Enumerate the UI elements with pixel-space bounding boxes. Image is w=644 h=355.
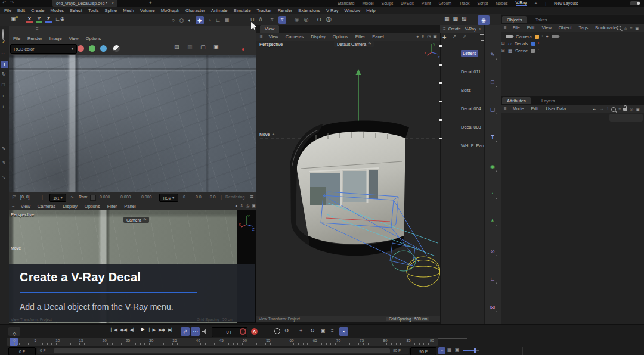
om-menu-tags[interactable]: Tags (575, 25, 592, 30)
layout-tab-standard[interactable]: Standard (338, 1, 354, 5)
spline-corner-icon[interactable]: ∟ (487, 273, 499, 285)
menu-window[interactable]: Window (341, 8, 363, 13)
material-menu-create[interactable]: Create (448, 27, 461, 31)
layer-color-swatch[interactable] (531, 49, 535, 53)
zoom-icon[interactable]: ⇕ (421, 34, 425, 38)
om-menu-edit[interactable]: Edit (524, 25, 538, 30)
visibility-dots-icon[interactable]: ∶ (542, 34, 543, 39)
next-key-button[interactable]: ▶◆ (157, 328, 166, 332)
move-tool-icon-active[interactable]: + (1, 61, 8, 68)
keyframe-track-icon-active[interactable]: ⋯ (191, 327, 200, 336)
render-settings-icon[interactable]: ▨ (462, 16, 467, 21)
menu-mesh[interactable]: Mesh (120, 8, 137, 13)
tab-layers[interactable]: Layers (537, 97, 560, 104)
vpm-menu-display[interactable]: Display (307, 34, 329, 39)
panel-grip-icon[interactable]: ≡ (443, 27, 446, 32)
keyframe-rotation-icon[interactable]: ↺ (284, 328, 289, 334)
render-picture-viewer-icon[interactable]: ▩ (453, 16, 459, 21)
target-crosshair-icon[interactable]: + (546, 35, 549, 39)
workplane-object-icon[interactable]: ô (259, 17, 262, 23)
axis-z-toggle[interactable]: Z (45, 16, 52, 23)
ruler-scrollbar-hint[interactable] (438, 338, 467, 339)
close-tab-icon[interactable]: × (112, 1, 114, 5)
shading-gouraud-icon[interactable]: ◆ (196, 16, 204, 24)
filter-icon[interactable]: ≡ (630, 26, 632, 30)
shading-isoline-icon[interactable]: ◎ (179, 18, 184, 23)
rotate-tool-icon[interactable]: ↻ (2, 72, 6, 77)
view-corner-icon[interactable]: ∟ (215, 18, 221, 23)
axis-modify-icon[interactable]: ◎ (304, 17, 308, 23)
scale-tool-icon[interactable]: □ (2, 83, 5, 88)
coordinate-system-icon[interactable]: ∟⊕ (55, 17, 64, 22)
menu-mograph[interactable]: MoGraph (158, 8, 182, 13)
popout-icon[interactable]: ▣ (636, 107, 640, 111)
visibility-dots-icon[interactable]: ∶ (538, 48, 539, 53)
multi-axis-tool-icon[interactable]: + (2, 94, 5, 99)
panel-grip-icon[interactable]: ≡ (36, 27, 39, 32)
rectangle-spline-icon[interactable]: □ (487, 76, 499, 88)
grid-off-icon[interactable]: # (271, 17, 274, 23)
am-menu-mode[interactable]: Mode (509, 106, 528, 111)
rv-menu-image[interactable]: Image (46, 36, 66, 41)
lock-workplane-icon[interactable]: ⊖ (317, 17, 321, 23)
range-slider-fill[interactable] (54, 348, 390, 353)
quantize-icon[interactable]: Ⓐ (326, 17, 332, 23)
autokey-icon-active[interactable]: A (251, 328, 258, 335)
rotate-view-icon[interactable]: ◷ (246, 204, 249, 208)
menu-spline[interactable]: Spline (101, 8, 120, 13)
layout-tab-groom[interactable]: Groom (439, 1, 451, 5)
keyframe-pla-icon[interactable]: ▣ (321, 329, 326, 334)
tree-row-camera[interactable]: Camera ∶ + (506, 33, 558, 40)
brush-tool-icon[interactable]: ➘ (2, 176, 6, 180)
rv-menu-file[interactable]: File (10, 36, 24, 41)
spline-dots-icon[interactable]: ∴ (2, 119, 5, 124)
layout-tab-paint[interactable]: Paint (422, 1, 431, 5)
material-name-selected[interactable]: Letters (461, 50, 478, 57)
region-render-icon[interactable]: ▢ (200, 45, 206, 50)
search-icon[interactable] (611, 107, 616, 112)
symmetry-icon[interactable]: ⋈ (487, 301, 499, 313)
layout-tab-nodes[interactable]: Nodes (496, 1, 507, 5)
material-name[interactable]: Bolts (461, 88, 471, 93)
object-name[interactable]: Scene (515, 48, 528, 54)
export-image-icon[interactable]: ▥ (187, 45, 193, 50)
deformer-disc-icon[interactable]: ⊘ (487, 245, 499, 257)
record-icon[interactable] (240, 328, 246, 335)
tree-row-scene[interactable]: ⊞ ▦ Scene ∶ (501, 47, 539, 54)
next-frame-button[interactable]: ▏▶ (148, 328, 157, 332)
timeline-mode-grid-icon[interactable]: ▦ (447, 348, 452, 353)
rv-menu-view[interactable]: View (66, 36, 82, 41)
menu-animate[interactable]: Animate (208, 8, 231, 13)
keyframe-diamond-button[interactable]: ◇ (8, 327, 20, 336)
goto-start-button[interactable]: ▏◀ (110, 328, 119, 332)
expand-icon[interactable]: ⊞ (501, 41, 505, 46)
blue-channel-icon[interactable] (100, 45, 107, 52)
material-menu-vray[interactable]: V-Ray (465, 27, 476, 31)
layout-tab-sculpt[interactable]: Sculpt (382, 1, 393, 5)
generator-gear-icon[interactable]: * (487, 216, 499, 228)
menu-select[interactable]: Select (67, 8, 85, 13)
viewport-small-camera-label[interactable]: Camera ↷ (123, 217, 149, 223)
point-edit-icon[interactable]: ∶ (2, 132, 3, 137)
vps-menu-options[interactable]: Options (81, 204, 104, 209)
menu-character[interactable]: Character (182, 8, 208, 13)
material-name[interactable]: Decal 004 (461, 106, 481, 111)
render-preview-icon[interactable]: ▣ (11, 17, 16, 22)
axis-x-toggle[interactable]: X (26, 16, 33, 23)
menu-tools[interactable]: Tools (85, 8, 102, 13)
am-menu-edit[interactable]: Edit (527, 106, 542, 111)
menu-create[interactable]: Create (28, 8, 48, 13)
vps-menu-display[interactable]: Display (59, 204, 81, 209)
shading-wireframe-icon[interactable]: ○ (172, 18, 175, 23)
rendered-image[interactable] (9, 55, 256, 192)
om-menu-file[interactable]: File (509, 25, 524, 30)
live-selection-icon[interactable]: ◕ (2, 39, 5, 44)
document-tab[interactable]: c4d_vray6_DecalDisp.c4d * × (52, 0, 117, 7)
new-tab-button[interactable]: + (149, 0, 152, 5)
menu-edit[interactable]: Edit (14, 8, 28, 13)
pan-icon[interactable]: ● (416, 34, 419, 38)
menu-simulate[interactable]: Simulate (230, 8, 253, 13)
menu-modes[interactable]: Modes (48, 8, 67, 13)
shading-hidden-line-icon[interactable]: ◐ (188, 18, 191, 23)
vps-menu-panel[interactable]: Panel (120, 204, 139, 209)
